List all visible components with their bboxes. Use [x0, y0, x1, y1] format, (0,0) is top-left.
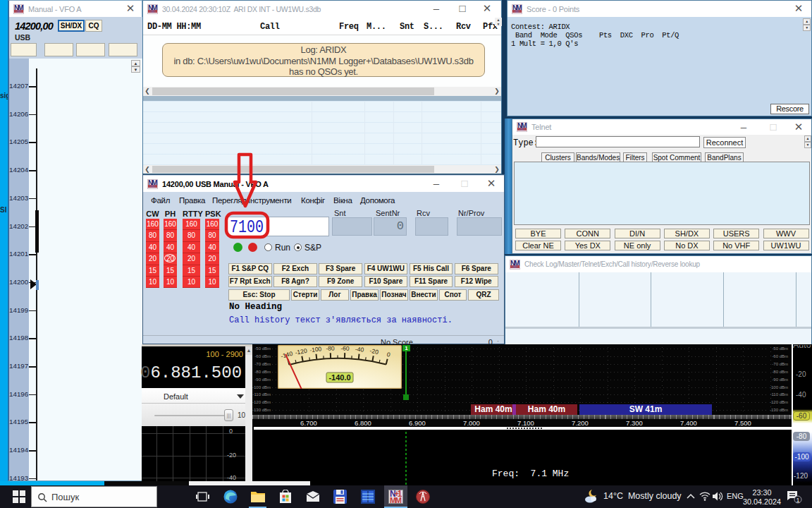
svg-text:-40: -40: [355, 345, 365, 353]
svg-text:-60: -60: [340, 345, 350, 352]
svg-text:1: 1: [796, 497, 799, 504]
svg-text:-80: -80: [326, 345, 335, 352]
svg-text:-100: -100: [309, 345, 322, 353]
svg-text:-140.0: -140.0: [328, 373, 350, 382]
